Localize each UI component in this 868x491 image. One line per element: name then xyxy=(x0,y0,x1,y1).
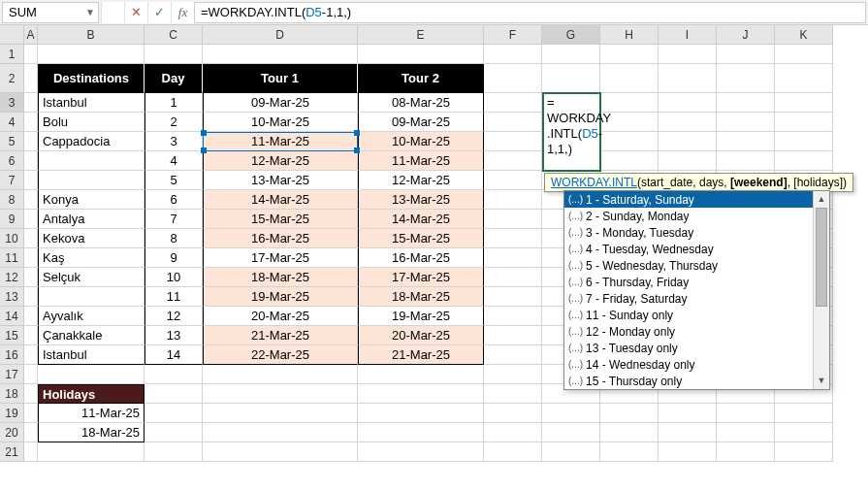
cell-B7[interactable] xyxy=(38,171,145,190)
col-header-H[interactable]: H xyxy=(600,25,659,45)
cell-C5[interactable]: 3 xyxy=(145,132,203,151)
cell-D16[interactable]: 22-Mar-25 xyxy=(203,345,358,365)
cell-F12[interactable] xyxy=(484,268,542,287)
cell-A19[interactable] xyxy=(24,404,38,423)
scroll-track[interactable] xyxy=(814,208,829,373)
cell-E12[interactable]: 17-Mar-25 xyxy=(358,268,484,287)
cell-E16[interactable]: 21-Mar-25 xyxy=(358,345,484,365)
cell-H5[interactable] xyxy=(600,132,659,151)
spreadsheet-grid[interactable]: ABCDEFGHIJK 1234567891011121314151617181… xyxy=(0,25,868,491)
cell-F6[interactable] xyxy=(484,151,542,171)
autocomplete-item[interactable]: (...)13 - Tuesday only xyxy=(564,340,813,356)
row-header-11[interactable]: 11 xyxy=(0,248,24,268)
cell-E21[interactable] xyxy=(358,442,484,462)
cell-J2[interactable] xyxy=(717,64,775,93)
cell-B15[interactable]: Çanakkale xyxy=(38,326,145,345)
name-box[interactable]: ▼ xyxy=(2,2,99,23)
cell-I21[interactable] xyxy=(659,442,717,462)
cell-K5[interactable] xyxy=(775,132,833,151)
cell-F21[interactable] xyxy=(484,442,542,462)
name-box-input[interactable] xyxy=(3,5,82,19)
cell-J19[interactable] xyxy=(717,404,775,423)
cell-K4[interactable] xyxy=(775,113,833,132)
cell-F9[interactable] xyxy=(484,210,542,229)
cell-D8[interactable]: 14-Mar-25 xyxy=(203,190,358,210)
autocomplete-item[interactable]: (...)7 - Friday, Saturday xyxy=(564,290,813,307)
cell-A1[interactable] xyxy=(24,45,38,64)
scroll-thumb[interactable] xyxy=(816,208,827,307)
cell-D13[interactable]: 19-Mar-25 xyxy=(203,287,358,307)
row-header-15[interactable]: 15 xyxy=(0,326,24,345)
cell-D4[interactable]: 10-Mar-25 xyxy=(203,113,358,132)
cell-C7[interactable]: 5 xyxy=(145,171,203,190)
cell-E2[interactable]: Tour 2 xyxy=(358,64,484,93)
cell-E20[interactable] xyxy=(358,423,484,442)
cell-D10[interactable]: 16-Mar-25 xyxy=(203,229,358,248)
col-header-D[interactable]: D xyxy=(203,25,358,45)
cell-F7[interactable] xyxy=(484,171,542,190)
col-header-K[interactable]: K xyxy=(775,25,833,45)
tooltip-function-name[interactable]: WORKDAY.INTL xyxy=(551,176,637,189)
row-header-7[interactable]: 7 xyxy=(0,171,24,190)
cell-A18[interactable] xyxy=(24,384,38,404)
cell-E3[interactable]: 08-Mar-25 xyxy=(358,93,484,113)
cell-I3[interactable] xyxy=(659,93,717,113)
cell-C2[interactable]: Day xyxy=(145,64,203,93)
autocomplete-item[interactable]: (...)1 - Saturday, Sunday xyxy=(564,191,813,208)
cell-H20[interactable] xyxy=(600,423,659,442)
cell-B16[interactable]: Istanbul xyxy=(38,345,145,365)
cell-D20[interactable] xyxy=(203,423,358,442)
autocomplete-item[interactable]: (...)15 - Thursday only xyxy=(564,373,813,389)
cell-F11[interactable] xyxy=(484,248,542,268)
autocomplete-item[interactable]: (...)3 - Monday, Tuesday xyxy=(564,224,813,241)
col-header-A[interactable]: A xyxy=(24,25,38,45)
cancel-button[interactable]: ✕ xyxy=(124,2,147,23)
cell-F20[interactable] xyxy=(484,423,542,442)
autocomplete-item[interactable]: (...)4 - Tuesday, Wednesday xyxy=(564,241,813,257)
cell-H6[interactable] xyxy=(600,151,659,171)
cell-D5[interactable]: 11-Mar-25 xyxy=(203,132,358,151)
cell-J21[interactable] xyxy=(717,442,775,462)
cell-D2[interactable]: Tour 1 xyxy=(203,64,358,93)
cell-E14[interactable]: 19-Mar-25 xyxy=(358,307,484,326)
cell-H2[interactable] xyxy=(600,64,659,93)
cell-A3[interactable] xyxy=(24,93,38,113)
row-header-13[interactable]: 13 xyxy=(0,287,24,307)
col-header-I[interactable]: I xyxy=(659,25,717,45)
cell-C11[interactable]: 9 xyxy=(145,248,203,268)
cell-E15[interactable]: 20-Mar-25 xyxy=(358,326,484,345)
col-header-B[interactable]: B xyxy=(38,25,145,45)
cell-D19[interactable] xyxy=(203,404,358,423)
cell-J3[interactable] xyxy=(717,93,775,113)
cell-A13[interactable] xyxy=(24,287,38,307)
autocomplete-item[interactable]: (...)11 - Sunday only xyxy=(564,307,813,323)
cell-C6[interactable]: 4 xyxy=(145,151,203,171)
row-header-2[interactable]: 2 xyxy=(0,64,24,93)
cell-C3[interactable]: 1 xyxy=(145,93,203,113)
cell-K1[interactable] xyxy=(775,45,833,64)
cell-E4[interactable]: 09-Mar-25 xyxy=(358,113,484,132)
row-header-17[interactable]: 17 xyxy=(0,365,24,384)
row-header-21[interactable]: 21 xyxy=(0,442,24,462)
cell-F16[interactable] xyxy=(484,345,542,365)
cell-C9[interactable]: 7 xyxy=(145,210,203,229)
cell-I4[interactable] xyxy=(659,113,717,132)
cell-F18[interactable] xyxy=(484,384,542,404)
fx-button[interactable]: fx xyxy=(171,2,194,23)
cell-C1[interactable] xyxy=(145,45,203,64)
cell-K20[interactable] xyxy=(775,423,833,442)
row-header-12[interactable]: 12 xyxy=(0,268,24,287)
cell-C20[interactable] xyxy=(145,423,203,442)
cell-C4[interactable]: 2 xyxy=(145,113,203,132)
cell-B20[interactable]: 18-Mar-25 xyxy=(38,423,145,442)
row-header-20[interactable]: 20 xyxy=(0,423,24,442)
row-header-4[interactable]: 4 xyxy=(0,113,24,132)
cell-H3[interactable] xyxy=(600,93,659,113)
row-header-10[interactable]: 10 xyxy=(0,229,24,248)
formula-input[interactable]: =WORKDAY.INTL(D5-1,1,) xyxy=(194,2,866,23)
cell-A6[interactable] xyxy=(24,151,38,171)
cell-B6[interactable] xyxy=(38,151,145,171)
cell-C18[interactable] xyxy=(145,384,203,404)
cell-B14[interactable]: Ayvalık xyxy=(38,307,145,326)
cell-C19[interactable] xyxy=(145,404,203,423)
